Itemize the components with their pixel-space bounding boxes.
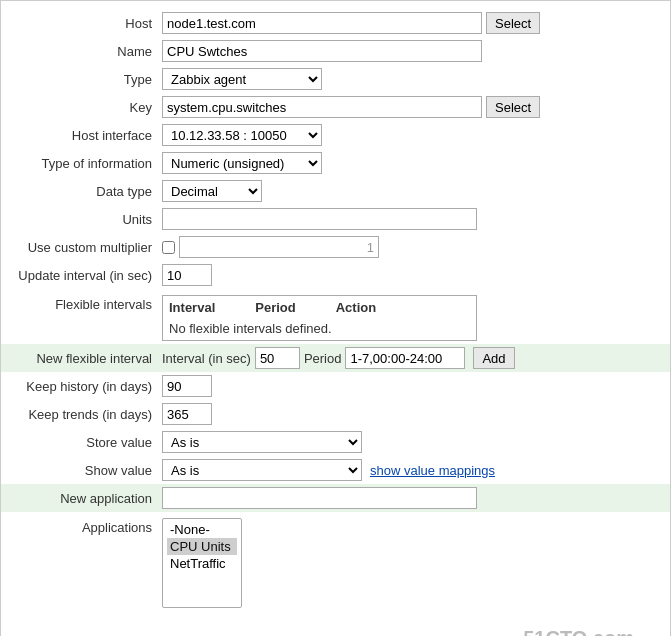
keep-trends-control-area (162, 403, 664, 425)
keep-trends-row: Keep trends (in days) (1, 400, 670, 428)
keep-history-control-area (162, 375, 664, 397)
new-application-label: New application (7, 491, 162, 506)
host-interface-control-area: 10.12.33.58 : 10050 (162, 124, 664, 146)
update-interval-row: Update interval (in sec) (1, 261, 670, 289)
applications-label: Applications (7, 518, 162, 535)
flexible-intervals-header: Interval Period Action (169, 300, 470, 317)
key-row: Key Select (1, 93, 670, 121)
interval-col-header: Interval (169, 300, 215, 315)
new-application-control-area (162, 487, 664, 509)
host-interface-select[interactable]: 10.12.33.58 : 10050 (162, 124, 322, 146)
watermark-container: 51CTO.com Blog (1, 614, 670, 636)
host-input[interactable] (162, 12, 482, 34)
new-flexible-interval-row: New flexible interval Interval (in sec) … (1, 344, 670, 372)
units-row: Units (1, 205, 670, 233)
key-input[interactable] (162, 96, 482, 118)
host-row: Host Select (1, 9, 670, 37)
key-label: Key (7, 100, 162, 115)
show-value-row: Show value As is show value mappings (1, 456, 670, 484)
units-label: Units (7, 212, 162, 227)
flexible-intervals-row: Flexible intervals Interval Period Actio… (1, 289, 670, 344)
name-row: Name (1, 37, 670, 65)
keep-history-label: Keep history (in days) (7, 379, 162, 394)
period-label: Period (304, 351, 342, 366)
show-value-mappings-link[interactable]: show value mappings (370, 463, 495, 478)
name-control-area (162, 40, 664, 62)
new-flexible-interval-label: New flexible interval (7, 351, 162, 366)
custom-multiplier-control-area (162, 236, 664, 258)
data-type-row: Data type DecimalOctalHexadecimalBoolean (1, 177, 670, 205)
flexible-intervals-label: Flexible intervals (7, 295, 162, 312)
name-label: Name (7, 44, 162, 59)
update-interval-input[interactable] (162, 264, 212, 286)
type-of-information-row: Type of information Numeric (unsigned)Nu… (1, 149, 670, 177)
type-of-information-label: Type of information (7, 156, 162, 171)
name-input[interactable] (162, 40, 482, 62)
new-application-row: New application (1, 484, 670, 512)
host-interface-row: Host interface 10.12.33.58 : 10050 (1, 121, 670, 149)
type-control-area: Zabbix agentZabbix agent (active)Simple … (162, 68, 664, 90)
data-type-label: Data type (7, 184, 162, 199)
keep-history-input[interactable] (162, 375, 212, 397)
multiplier-value-input[interactable] (179, 236, 379, 258)
host-control-area: Select (162, 12, 664, 34)
add-interval-button[interactable]: Add (473, 347, 514, 369)
new-flexible-interval-control-area: Interval (in sec) Period Add (162, 347, 664, 369)
keep-trends-label: Keep trends (in days) (7, 407, 162, 422)
new-application-input[interactable] (162, 487, 477, 509)
store-value-control-area: As isDelta (speed per second)Delta (simp… (162, 431, 664, 453)
flexible-intervals-control-area: Interval Period Action No flexible inter… (162, 295, 664, 341)
period-input[interactable] (345, 347, 465, 369)
store-value-label: Store value (7, 435, 162, 450)
show-value-label: Show value (7, 463, 162, 478)
applications-row: Applications -None-CPU UnitsNetTraffic (1, 512, 670, 614)
action-col-header: Action (336, 300, 376, 315)
new-flexible-inner: Interval (in sec) Period Add (162, 347, 515, 369)
host-label: Host (7, 16, 162, 31)
data-type-control-area: DecimalOctalHexadecimalBoolean (162, 180, 664, 202)
type-row: Type Zabbix agentZabbix agent (active)Si… (1, 65, 670, 93)
type-of-information-select[interactable]: Numeric (unsigned)Numeric (float)Charact… (162, 152, 322, 174)
show-value-control-area: As is show value mappings (162, 459, 664, 481)
data-type-select[interactable]: DecimalOctalHexadecimalBoolean (162, 180, 262, 202)
key-control-area: Select (162, 96, 664, 118)
watermark-main: 51CTO.com (523, 627, 634, 636)
update-interval-control-area (162, 264, 664, 286)
store-value-select[interactable]: As isDelta (speed per second)Delta (simp… (162, 431, 362, 453)
interval-sec-input[interactable] (255, 347, 300, 369)
custom-multiplier-label: Use custom multiplier (7, 240, 162, 255)
host-interface-label: Host interface (7, 128, 162, 143)
applications-listbox[interactable]: -None-CPU UnitsNetTraffic (162, 518, 242, 608)
type-label: Type (7, 72, 162, 87)
flexible-intervals-box: Interval Period Action No flexible inter… (162, 295, 477, 341)
keep-trends-input[interactable] (162, 403, 212, 425)
show-value-select[interactable]: As is (162, 459, 362, 481)
type-select[interactable]: Zabbix agentZabbix agent (active)Simple … (162, 68, 322, 90)
custom-multiplier-row: Use custom multiplier (1, 233, 670, 261)
period-col-header: Period (255, 300, 295, 315)
applications-control-area: -None-CPU UnitsNetTraffic (162, 518, 664, 608)
update-interval-label: Update interval (in sec) (7, 268, 162, 283)
type-of-information-control-area: Numeric (unsigned)Numeric (float)Charact… (162, 152, 664, 174)
host-select-button[interactable]: Select (486, 12, 540, 34)
units-control-area (162, 208, 664, 230)
interval-sec-label: Interval (in sec) (162, 351, 251, 366)
flexible-intervals-body: No flexible intervals defined. (169, 317, 470, 336)
custom-multiplier-inner (162, 236, 379, 258)
key-select-button[interactable]: Select (486, 96, 540, 118)
no-intervals-text: No flexible intervals defined. (169, 321, 332, 336)
keep-history-row: Keep history (in days) (1, 372, 670, 400)
units-input[interactable] (162, 208, 477, 230)
store-value-row: Store value As isDelta (speed per second… (1, 428, 670, 456)
custom-multiplier-checkbox[interactable] (162, 241, 175, 254)
